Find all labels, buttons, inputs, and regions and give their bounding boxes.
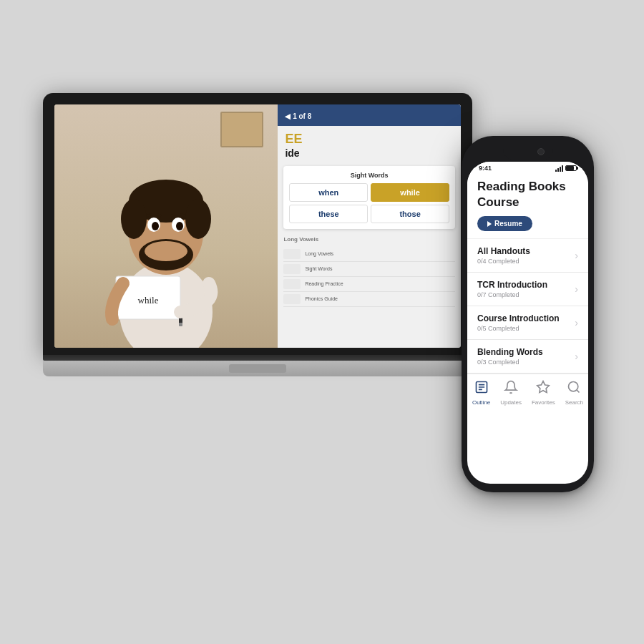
- laptop-content-header: ◀ 1 of 8: [278, 104, 461, 126]
- chevron-right-icon: ›: [575, 250, 578, 261]
- battery-icon: [565, 165, 577, 171]
- list-item-title: All Handouts: [477, 246, 575, 256]
- signal-icon: [555, 165, 563, 172]
- search-icon: [567, 380, 581, 398]
- tab-favorites-label: Favorites: [532, 399, 555, 406]
- svg-point-4: [121, 199, 147, 239]
- list-item-title: TCR Introduction: [477, 280, 575, 290]
- content-row: Reading Practice: [283, 277, 455, 292]
- svg-point-11: [176, 222, 183, 230]
- list-item-course-intro[interactable]: Course Introduction 0/5 Completed ›: [467, 306, 588, 340]
- tab-search[interactable]: Search: [565, 380, 583, 406]
- sight-words-grid: when while these those: [289, 183, 449, 223]
- content-rows: Long Vowels Sight Words Reading Practice: [278, 244, 461, 310]
- phone-time: 9:41: [479, 165, 492, 172]
- resume-label: Resume: [494, 220, 522, 228]
- svg-point-21: [569, 382, 578, 391]
- resume-button[interactable]: Resume: [477, 216, 532, 231]
- tab-favorites[interactable]: Favorites: [532, 380, 555, 406]
- list-item-sub: 0/4 Completed: [477, 258, 575, 265]
- play-icon: [487, 221, 492, 227]
- word-those: those: [371, 205, 449, 223]
- svg-text:while: while: [138, 295, 159, 306]
- list-item-title: Course Introduction: [477, 313, 575, 323]
- phone: 9:41 Reading Books Course: [462, 136, 594, 492]
- laptop-trackpad: [229, 364, 286, 373]
- laptop-screen-outer: while ◀ 1 of 8: [43, 93, 472, 355]
- svg-point-5: [185, 199, 211, 239]
- list-item-tcr-intro[interactable]: TCR Introduction 0/7 Completed ›: [467, 273, 588, 306]
- laptop-screen-inner: while ◀ 1 of 8: [54, 104, 461, 348]
- word-these: these: [289, 205, 368, 223]
- phone-tab-bar: Outline Updates Fa: [467, 374, 588, 413]
- chevron-right-icon: ›: [575, 317, 578, 328]
- content-accent-title: EE: [285, 132, 454, 147]
- svg-point-7: [145, 241, 187, 261]
- tab-outline-label: Outline: [472, 399, 490, 406]
- phone-screen: 9:41 Reading Books Course: [467, 162, 588, 484]
- phone-course-title: Reading Books Course: [477, 179, 578, 210]
- section-label: Long Vowels: [278, 233, 461, 244]
- list-item-sub: 0/5 Completed: [477, 325, 575, 332]
- phone-course-header: Reading Books Course Resume: [467, 175, 588, 239]
- word-while: while: [371, 183, 449, 202]
- svg-marker-20: [537, 381, 550, 393]
- tab-updates[interactable]: Updates: [500, 380, 522, 406]
- content-row: Phonics Guide: [283, 292, 455, 307]
- content-row: Long Vowels: [283, 247, 455, 262]
- phone-status-bar: 9:41: [467, 162, 588, 175]
- laptop-content: ◀ 1 of 8 EE ide Sight Words when while t…: [278, 104, 461, 348]
- tab-outline[interactable]: Outline: [472, 380, 490, 406]
- list-item-title: Blending Words: [477, 347, 575, 357]
- outline-icon: [474, 380, 489, 398]
- laptop-video: while: [54, 104, 278, 348]
- sight-words-title: Sight Words: [289, 172, 449, 179]
- word-when: when: [289, 183, 368, 202]
- laptop-base: [43, 361, 472, 376]
- sight-words-box: Sight Words when while these those: [283, 166, 455, 229]
- laptop-hinge: [43, 355, 472, 361]
- chevron-right-icon: ›: [575, 351, 578, 362]
- list-item-sub: 0/3 Completed: [477, 358, 575, 366]
- svg-point-10: [152, 222, 159, 230]
- laptop: while ◀ 1 of 8: [43, 93, 472, 376]
- list-item-sub: 0/7 Completed: [477, 291, 575, 298]
- person-illustration: while: [94, 140, 238, 348]
- phone-camera-dot: [537, 148, 545, 155]
- phone-notch: [503, 145, 553, 160]
- phone-course-list: All Handouts 0/4 Completed › TCR Introdu…: [467, 239, 588, 374]
- tab-updates-label: Updates: [500, 399, 522, 406]
- list-item-blending-words[interactable]: Blending Words 0/3 Completed ›: [467, 340, 588, 374]
- updates-icon: [504, 380, 518, 398]
- phone-status-icons: [555, 165, 577, 172]
- content-row: Sight Words: [283, 262, 455, 277]
- content-title-area: EE ide: [278, 126, 461, 162]
- content-subtitle: ide: [285, 147, 454, 159]
- chevron-right-icon: ›: [575, 283, 578, 295]
- favorites-icon: [536, 380, 550, 398]
- svg-rect-15: [179, 323, 182, 326]
- list-item-all-handouts[interactable]: All Handouts 0/4 Completed ›: [467, 239, 588, 273]
- svg-line-22: [577, 390, 580, 393]
- nav-text: ◀ 1 of 8: [285, 112, 311, 120]
- tab-search-label: Search: [565, 399, 583, 406]
- scene: while ◀ 1 of 8: [43, 64, 601, 580]
